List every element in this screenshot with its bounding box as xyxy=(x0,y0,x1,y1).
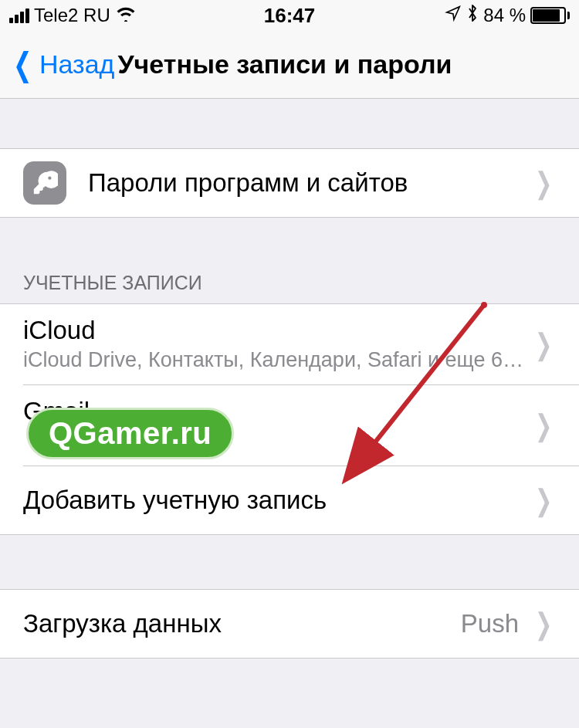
location-icon xyxy=(445,5,462,26)
section-header-accounts: УЧЕТНЫЕ ЗАПИСИ xyxy=(0,272,579,303)
row-label: Добавить учетную запись xyxy=(23,485,531,516)
account-subtitle: iCloud Drive, Контакты, Календари, Safar… xyxy=(23,346,531,374)
row-label: Пароли программ и сайтов xyxy=(88,168,531,198)
chevron-right-icon: ❯ xyxy=(535,411,552,440)
row-fetch-new-data[interactable]: Загрузка данных Push ❯ xyxy=(0,590,579,658)
row-app-website-passwords[interactable]: Пароли программ и сайтов ❯ xyxy=(0,149,579,217)
chevron-right-icon: ❯ xyxy=(535,168,552,198)
cellular-signal-icon xyxy=(9,8,29,23)
chevron-right-icon: ❯ xyxy=(535,609,552,638)
page-title: Учетные записи и пароли xyxy=(117,49,452,80)
row-account-icloud[interactable]: iCloud iCloud Drive, Контакты, Календари… xyxy=(0,304,579,384)
status-bar: Tele2 RU 16:47 84 % xyxy=(0,0,579,31)
row-add-account[interactable]: Добавить учетную запись ❯ xyxy=(0,466,579,534)
back-label: Назад xyxy=(39,49,114,80)
row-value: Push xyxy=(461,609,519,638)
row-label: Загрузка данных xyxy=(23,608,461,639)
battery-icon xyxy=(530,7,570,24)
carrier-label: Tele2 RU xyxy=(34,5,110,26)
back-button[interactable]: ❮ Назад xyxy=(9,49,114,81)
section-fetch: Загрузка данных Push ❯ xyxy=(0,589,579,659)
bluetooth-icon xyxy=(466,4,479,27)
key-icon xyxy=(23,161,66,205)
account-title: Gmail xyxy=(23,396,531,427)
account-subtitle xyxy=(23,427,531,455)
row-account-gmail[interactable]: Gmail ❯ xyxy=(0,385,579,466)
status-left: Tele2 RU xyxy=(9,5,137,26)
account-title: iCloud xyxy=(23,315,531,346)
navigation-bar: ❮ Назад Учетные записи и пароли xyxy=(0,31,579,99)
chevron-left-icon: ❮ xyxy=(13,49,32,81)
chevron-right-icon: ❯ xyxy=(535,330,552,359)
wifi-icon xyxy=(115,5,137,26)
chevron-right-icon: ❯ xyxy=(535,486,552,515)
battery-percent: 84 % xyxy=(483,5,526,26)
section-accounts: УЧЕТНЫЕ ЗАПИСИ iCloud iCloud Drive, Конт… xyxy=(0,272,579,535)
status-right: 84 % xyxy=(445,4,570,27)
section-passwords: Пароли программ и сайтов ❯ xyxy=(0,148,579,218)
